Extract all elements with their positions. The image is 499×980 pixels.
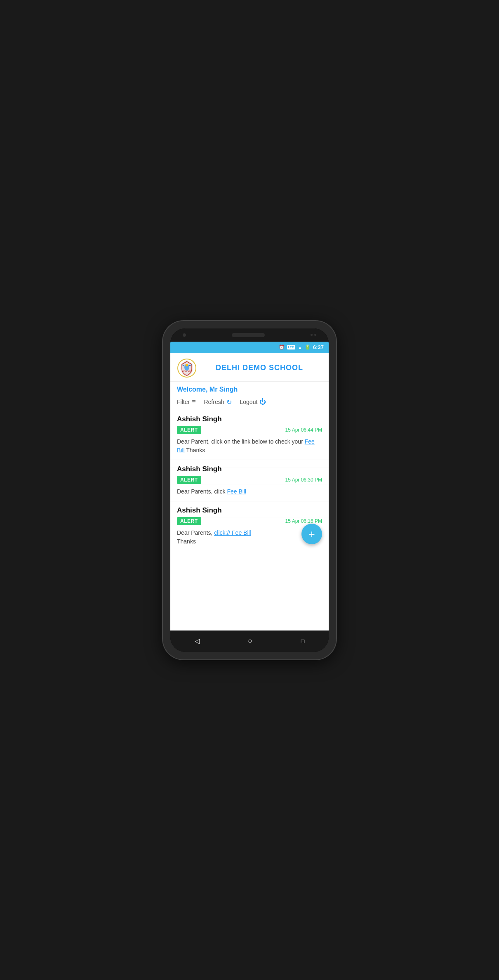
filter-label: Filter [177, 399, 190, 405]
nav-home-button[interactable]: ○ [245, 633, 256, 649]
phone-top-physical [170, 328, 329, 342]
click-link-3[interactable]: click:// Fee Bill [214, 529, 251, 536]
badge-row-2: ALERT 15 Apr 06:30 PM [177, 476, 322, 484]
camera-dot [183, 333, 186, 337]
badge-row-1: ALERT 15 Apr 06:44 PM [177, 426, 322, 434]
refresh-icon: ↻ [226, 398, 232, 406]
status-time: 6:37 [313, 344, 324, 350]
app-screen: SCHOOL DELHI DEMO SCHOOL Welcome, Mr Sin… [170, 353, 329, 631]
app-header: SCHOOL DELHI DEMO SCHOOL [170, 353, 329, 382]
badge-row-3: ALERT 15 Apr 06:16 PM [177, 517, 322, 525]
logout-label: Logout [240, 399, 258, 405]
filter-icon: ≡ [192, 398, 195, 406]
sender-name-3: Ashish Singh [177, 506, 322, 515]
school-logo: SCHOOL [177, 358, 197, 378]
message-card-1[interactable]: Ashish Singh ALERT 15 Apr 06:44 PM Dear … [170, 410, 329, 460]
logout-button[interactable]: Logout ⏻ [240, 398, 266, 406]
svg-point-2 [186, 364, 188, 366]
message-time-3: 15 Apr 06:16 PM [285, 518, 322, 524]
fab-button[interactable]: + [301, 524, 322, 544]
lte-badge: LTE [287, 345, 296, 349]
signal-icon: ▲ [298, 345, 302, 350]
sensor-dots [311, 334, 316, 336]
fee-bill-link-2[interactable]: Fee Bill [227, 488, 246, 495]
logout-icon: ⏻ [259, 398, 266, 406]
toolbar: Filter ≡ Refresh ↻ Logout ⏻ [170, 396, 329, 410]
sender-name-1: Ashish Singh [177, 415, 322, 423]
nav-back-button[interactable]: ◁ [191, 634, 203, 648]
fee-bill-link-1[interactable]: Fee Bill [177, 438, 315, 453]
alarm-icon: ⏰ [279, 345, 285, 350]
alert-badge-2: ALERT [177, 476, 201, 484]
school-name: DELHI DEMO SCHOOL [197, 364, 322, 372]
welcome-bar: Welcome, Mr Singh [170, 382, 329, 396]
status-bar: ⏰ LTE ▲ 🔋 6:37 [170, 342, 329, 353]
bottom-nav: ◁ ○ □ [170, 631, 329, 652]
refresh-button[interactable]: Refresh ↻ [204, 398, 231, 406]
message-card-2[interactable]: Ashish Singh ALERT 15 Apr 06:30 PM Dear … [170, 460, 329, 501]
svg-text:SCHOOL: SCHOOL [182, 370, 191, 373]
refresh-label: Refresh [204, 399, 224, 405]
message-time-1: 15 Apr 06:44 PM [285, 427, 322, 433]
messages-list[interactable]: Ashish Singh ALERT 15 Apr 06:44 PM Dear … [170, 410, 329, 631]
alert-badge-1: ALERT [177, 426, 201, 434]
filter-button[interactable]: Filter ≡ [177, 398, 195, 406]
speaker-grill [232, 333, 265, 337]
fab-plus-icon: + [308, 529, 315, 539]
phone-screen: ⏰ LTE ▲ 🔋 6:37 [170, 328, 329, 652]
battery-icon: 🔋 [305, 345, 311, 350]
message-body-2: Dear Parents, click Fee Bill [177, 487, 322, 496]
welcome-text: Welcome, Mr Singh [177, 386, 238, 393]
sender-name-2: Ashish Singh [177, 465, 322, 473]
message-body-3: Dear Parents, click:// Fee Bill Thanks [177, 529, 322, 546]
nav-recents-button[interactable]: □ [298, 635, 308, 648]
phone-frame: ⏰ LTE ▲ 🔋 6:37 [163, 321, 336, 659]
message-body-1: Dear Parent, click on the link below to … [177, 437, 322, 455]
alert-badge-3: ALERT [177, 517, 201, 525]
message-time-2: 15 Apr 06:30 PM [285, 477, 322, 483]
message-card-3[interactable]: Ashish Singh ALERT 15 Apr 06:16 PM Dear … [170, 501, 329, 551]
